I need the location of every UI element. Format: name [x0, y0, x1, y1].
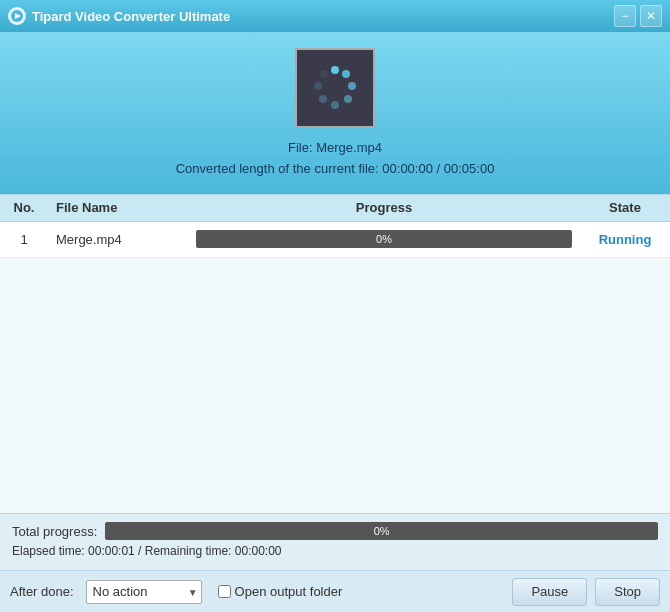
after-done-dropdown[interactable]: No action Exit application Shut down Hib… — [86, 580, 202, 604]
total-progress-label: Total progress: — [12, 524, 97, 539]
stop-button[interactable]: Stop — [595, 578, 660, 606]
col-header-no: No. — [0, 200, 48, 215]
table-header: No. File Name Progress State — [0, 194, 670, 222]
progress-bar: 0% — [196, 230, 572, 248]
minimize-button[interactable]: − — [614, 5, 636, 27]
row-state: Running — [580, 232, 670, 247]
file-name: File: Merge.mp4 — [176, 138, 495, 159]
bottom-area: Total progress: 0% Elapsed time: 00:00:0… — [0, 513, 670, 570]
table-row: 1 Merge.mp4 0% Running — [0, 222, 670, 258]
progress-bar-text: 0% — [196, 230, 572, 248]
svg-point-7 — [331, 101, 339, 109]
col-header-filename: File Name — [48, 200, 188, 215]
svg-point-8 — [319, 95, 327, 103]
svg-point-4 — [342, 70, 350, 78]
title-bar: Tipard Video Converter Ultimate − ✕ — [0, 0, 670, 32]
row-no: 1 — [0, 232, 48, 247]
app-icon — [8, 7, 26, 25]
preview-box — [295, 48, 375, 128]
row-filename: Merge.mp4 — [48, 232, 188, 247]
col-header-progress: Progress — [188, 200, 580, 215]
svg-point-9 — [314, 82, 322, 90]
app-title: Tipard Video Converter Ultimate — [32, 9, 614, 24]
col-header-state: State — [580, 200, 670, 215]
row-progress: 0% — [188, 230, 580, 248]
open-output-label[interactable]: Open output folder — [235, 584, 343, 599]
top-section: File: Merge.mp4 Converted length of the … — [0, 32, 670, 194]
spinner — [311, 64, 359, 112]
pause-button[interactable]: Pause — [512, 578, 587, 606]
total-progress-text: 0% — [105, 522, 658, 540]
close-button[interactable]: ✕ — [640, 5, 662, 27]
total-progress-bar: 0% — [105, 522, 658, 540]
open-output-checkbox[interactable] — [218, 585, 231, 598]
footer-row: After done: No action Exit application S… — [0, 570, 670, 612]
svg-point-6 — [344, 95, 352, 103]
svg-point-3 — [331, 66, 339, 74]
file-info: File: Merge.mp4 Converted length of the … — [176, 138, 495, 180]
converted-length: Converted length of the current file: 00… — [176, 159, 495, 180]
svg-point-5 — [348, 82, 356, 90]
open-output-checkbox-wrapper: Open output folder — [218, 584, 343, 599]
after-done-label: After done: — [10, 584, 74, 599]
dropdown-wrapper: No action Exit application Shut down Hib… — [86, 580, 202, 604]
main-area: File: Merge.mp4 Converted length of the … — [0, 32, 670, 612]
time-info: Elapsed time: 00:00:01 / Remaining time:… — [12, 544, 658, 558]
svg-point-10 — [320, 70, 328, 78]
total-progress-row: Total progress: 0% — [12, 522, 658, 540]
table-section: No. File Name Progress State 1 Merge.mp4… — [0, 194, 670, 513]
window-controls: − ✕ — [614, 5, 662, 27]
table-body: 1 Merge.mp4 0% Running — [0, 222, 670, 513]
